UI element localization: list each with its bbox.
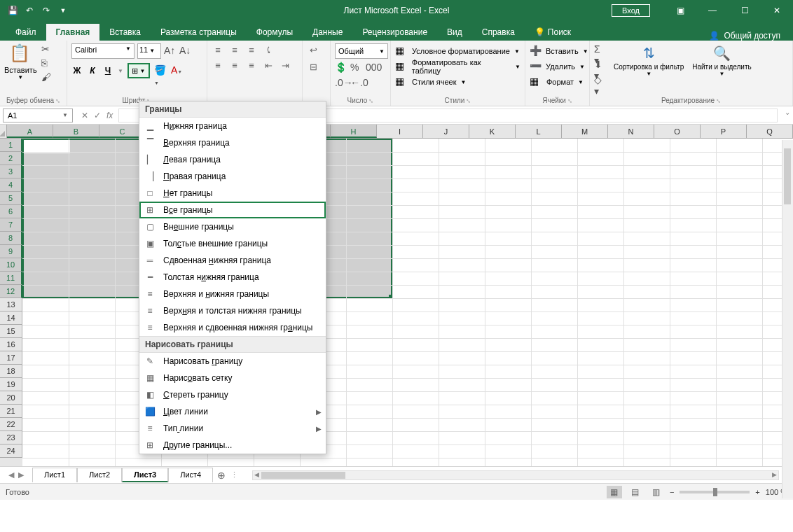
copy-icon[interactable]: ⎘	[41, 57, 54, 70]
sheet-tab[interactable]: Лист1	[32, 468, 77, 482]
indent-increase-icon[interactable]: ⇥	[279, 59, 291, 71]
column-header[interactable]: O	[654, 125, 701, 138]
cells-area[interactable]	[22, 139, 793, 466]
orientation-icon[interactable]: ⤹	[262, 43, 275, 56]
save-icon[interactable]: 💾	[7, 5, 18, 16]
row-header[interactable]: 11	[0, 272, 22, 285]
menu-item-верхняя-граница[interactable]: ▔Верхняя граница	[139, 134, 326, 151]
row-header[interactable]: 9	[0, 245, 22, 258]
autosum-icon[interactable]: Σ ▾	[594, 43, 607, 56]
format-painter-icon[interactable]: 🖌	[41, 71, 54, 84]
enter-formula-icon[interactable]: ✓	[94, 111, 101, 120]
tab-home[interactable]: Главная	[46, 24, 100, 41]
align-bottom-icon[interactable]: ≡	[245, 43, 258, 56]
font-color-icon[interactable]: A▼	[171, 64, 184, 77]
borders-split-button[interactable]: ⊞ ▼	[127, 63, 150, 78]
row-header[interactable]: 18	[0, 365, 22, 378]
column-header[interactable]: K	[469, 125, 516, 138]
fill-color-icon[interactable]: 🪣▼	[154, 64, 167, 77]
zoom-slider[interactable]	[680, 491, 750, 493]
row-header[interactable]: 14	[0, 312, 22, 325]
menu-item-толстая-нижняя-граница[interactable]: ━Толстая нижняя граница	[139, 269, 326, 286]
menu-item-толстые-внешние-границы[interactable]: ▣Толстые внешние границы	[139, 235, 326, 252]
conditional-formatting-button[interactable]: ▦Условное форматирование▼	[395, 43, 520, 59]
menu-item-стереть-границу[interactable]: ◧Стереть границу	[139, 386, 326, 403]
page-layout-view-icon[interactable]: ▤	[628, 486, 643, 498]
merge-cells-icon[interactable]: ⊟	[307, 60, 319, 73]
row-header[interactable]: 6	[0, 205, 22, 218]
comma-icon[interactable]: 000	[366, 62, 378, 74]
normal-view-icon[interactable]: ▦	[607, 486, 622, 498]
menu-item-верхняя-и-нижняя-границы[interactable]: ≡Верхняя и нижняя границы	[139, 286, 326, 302]
delete-cells-button[interactable]: ➖Удалить▼	[530, 59, 585, 74]
font-size-combo[interactable]: 11▼	[137, 43, 161, 59]
align-middle-icon[interactable]: ≡	[228, 43, 241, 56]
indent-decrease-icon[interactable]: ⇤	[262, 59, 275, 71]
fill-icon[interactable]: ⬇ ▾	[594, 59, 607, 71]
row-header[interactable]: 21	[0, 405, 22, 418]
increase-font-icon[interactable]: A↑	[164, 45, 177, 57]
decrease-decimal-icon[interactable]: ←.0	[350, 77, 363, 90]
menu-item-другие-границы[interactable]: ⊞Другие границы...	[139, 437, 326, 454]
menu-item-правая-граница[interactable]: ▕Правая граница	[139, 168, 326, 185]
page-break-view-icon[interactable]: ▥	[649, 486, 664, 498]
cell-styles-button[interactable]: ▦Стили ячеек▼	[395, 74, 520, 90]
align-right-icon[interactable]: ≡	[245, 59, 258, 71]
menu-item-левая-граница[interactable]: ▏Левая граница	[139, 151, 326, 168]
row-header[interactable]: 22	[0, 418, 22, 431]
row-header[interactable]: 10	[0, 258, 22, 272]
column-header[interactable]: I	[377, 125, 423, 138]
row-header[interactable]: 20	[0, 391, 22, 405]
column-header[interactable]: M	[562, 125, 608, 138]
row-header[interactable]: 23	[0, 431, 22, 444]
row-header[interactable]: 13	[0, 298, 22, 312]
sheet-nav-prev-icon[interactable]: ◀	[8, 470, 14, 479]
zoom-slider-thumb[interactable]	[713, 488, 717, 496]
ribbon-options-icon[interactable]: ▣	[664, 0, 696, 21]
horizontal-scrollbar[interactable]: ◀ ▶	[252, 470, 779, 480]
align-left-icon[interactable]: ≡	[212, 59, 224, 71]
align-center-icon[interactable]: ≡	[228, 59, 241, 71]
format-cells-button[interactable]: ▦Формат▼	[530, 74, 585, 90]
qat-customize-icon[interactable]: ▼	[57, 5, 69, 16]
tab-page-layout[interactable]: Разметка страницы	[151, 24, 247, 41]
share-button[interactable]: Общий доступ	[724, 31, 780, 41]
sheet-tab[interactable]: Лист4	[168, 468, 213, 482]
column-header[interactable]: Q	[747, 125, 793, 138]
menu-item-все-границы[interactable]: ⊞Все границы	[139, 202, 326, 218]
currency-icon[interactable]: 💲	[335, 62, 347, 74]
signin-button[interactable]: Вход	[612, 4, 650, 17]
fx-icon[interactable]: fx	[106, 111, 113, 120]
number-format-combo[interactable]: Общий▼	[335, 43, 388, 59]
row-header[interactable]: 1	[0, 139, 22, 152]
row-header[interactable]: 12	[0, 285, 22, 298]
clear-icon[interactable]: ◇ ▾	[594, 74, 607, 87]
row-header[interactable]: 3	[0, 165, 22, 178]
zoom-in-button[interactable]: +	[755, 488, 759, 496]
name-box[interactable]: A1▼	[3, 108, 73, 122]
column-header[interactable]: A	[7, 125, 53, 138]
cancel-formula-icon[interactable]: ✕	[81, 111, 88, 120]
format-as-table-button[interactable]: ▦Форматировать как таблицу▼	[395, 59, 520, 74]
tab-data[interactable]: Данные	[303, 24, 352, 41]
tab-file[interactable]: Файл	[6, 24, 46, 41]
bold-button[interactable]: Ж	[71, 66, 83, 76]
row-header[interactable]: 24	[0, 444, 22, 458]
tab-review[interactable]: Рецензирование	[352, 24, 437, 41]
row-header[interactable]: 19	[0, 378, 22, 391]
paste-button[interactable]: 📋 Вставить ▼	[4, 43, 37, 84]
row-header[interactable]: 5	[0, 192, 22, 205]
scrollbar-thumb[interactable]	[784, 148, 791, 204]
menu-item-тип-линии[interactable]: ≡Тип линии▶	[139, 420, 326, 437]
menu-item-нижняя-граница[interactable]: ▁Нижняя граница	[139, 118, 326, 134]
row-header[interactable]: 16	[0, 338, 22, 351]
menu-item-нарисовать-сетку[interactable]: ▦Нарисовать сетку	[139, 370, 326, 386]
redo-icon[interactable]: ↷	[41, 5, 52, 16]
italic-button[interactable]: К	[87, 66, 98, 76]
menu-item-верхняя-и-толстая-нижняя-границы[interactable]: ≡Верхняя и толстая нижняя границы	[139, 302, 326, 319]
align-top-icon[interactable]: ≡	[212, 43, 224, 56]
maximize-icon[interactable]: ☐	[729, 0, 761, 21]
select-all-button[interactable]	[0, 125, 7, 138]
column-header[interactable]: P	[701, 125, 747, 138]
menu-item-нарисовать-границу[interactable]: ✎Нарисовать границу	[139, 353, 326, 370]
